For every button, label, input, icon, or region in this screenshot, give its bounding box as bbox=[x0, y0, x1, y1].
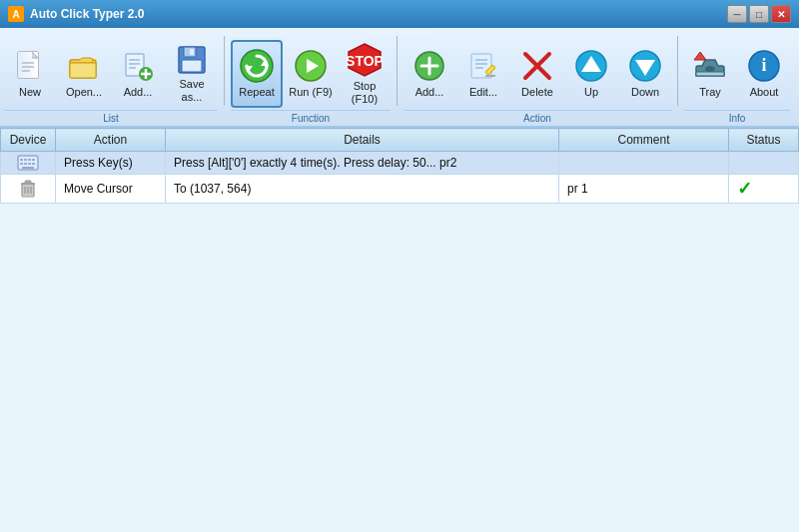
comment-cell-1 bbox=[559, 152, 729, 175]
window-controls: ─ □ ✕ bbox=[727, 5, 791, 23]
run-icon bbox=[293, 48, 329, 84]
edit-label: Edit... bbox=[469, 86, 497, 99]
stop-button[interactable]: STOP Stop (F10) bbox=[339, 40, 391, 108]
add-action-label: Add... bbox=[415, 86, 444, 99]
repeat-label: Repeat bbox=[239, 86, 274, 99]
function-group-items: Repeat Run (F9) STOP bbox=[231, 40, 391, 108]
new-icon bbox=[12, 48, 48, 84]
status-cell-1 bbox=[729, 152, 799, 175]
save-icon bbox=[174, 44, 210, 76]
keyboard-icon bbox=[9, 155, 47, 171]
svg-rect-54 bbox=[22, 167, 34, 169]
tray-button[interactable]: Tray bbox=[684, 40, 736, 108]
main-content: Device Action Details Comment Status bbox=[0, 128, 799, 532]
new-label: New bbox=[19, 86, 41, 99]
toolbar-group-info: Tray i About Info bbox=[684, 40, 790, 126]
svg-text:i: i bbox=[761, 55, 766, 75]
details-cell-2: To (1037, 564) bbox=[166, 175, 559, 204]
comment-cell-2: pr 1 bbox=[559, 175, 729, 204]
title-bar: A Auto Click Typer 2.0 ─ □ ✕ bbox=[0, 0, 799, 28]
open-button[interactable]: Open... bbox=[58, 40, 110, 108]
header-action: Action bbox=[56, 129, 166, 152]
run-label: Run (F9) bbox=[289, 86, 332, 99]
down-icon bbox=[627, 48, 663, 84]
list-group-items: New Open... bbox=[4, 40, 218, 108]
table-row[interactable]: Press Key(s) Press [Alt]['0'] exactly 4 … bbox=[1, 152, 799, 175]
svg-text:STOP: STOP bbox=[347, 53, 383, 69]
edit-icon bbox=[465, 48, 501, 84]
table-row[interactable]: Move Cursor To (1037, 564) pr 1 ✓ bbox=[1, 175, 799, 204]
down-button[interactable]: Down bbox=[619, 40, 671, 108]
svg-point-41 bbox=[705, 66, 715, 72]
action-group-label: Action bbox=[403, 110, 671, 126]
open-icon bbox=[66, 48, 102, 84]
action-cell-1: Press Key(s) bbox=[56, 152, 166, 175]
device-cell-2 bbox=[1, 175, 56, 204]
toolbar-group-action: Add... Edit... bbox=[403, 40, 671, 126]
trash-icon bbox=[9, 179, 47, 199]
app-icon: A bbox=[8, 6, 24, 22]
about-button[interactable]: i About bbox=[738, 40, 790, 108]
up-button[interactable]: Up bbox=[565, 40, 617, 108]
function-group-label: Function bbox=[231, 110, 391, 126]
save-label: Save as... bbox=[169, 78, 215, 104]
checkmark-icon: ✓ bbox=[737, 179, 752, 199]
repeat-icon bbox=[239, 48, 275, 84]
maximize-button[interactable]: □ bbox=[749, 5, 769, 23]
svg-rect-46 bbox=[20, 159, 23, 161]
down-label: Down bbox=[631, 86, 659, 99]
separator-3 bbox=[677, 36, 678, 106]
action-group-items: Add... Edit... bbox=[403, 40, 671, 108]
info-group-items: Tray i About bbox=[684, 40, 790, 108]
add-action-button[interactable]: Add... bbox=[403, 40, 455, 108]
tray-icon bbox=[692, 48, 728, 84]
svg-rect-57 bbox=[25, 181, 31, 184]
add-action-icon bbox=[411, 48, 447, 84]
window-title: Auto Click Typer 2.0 bbox=[30, 7, 144, 21]
minimize-button[interactable]: ─ bbox=[727, 5, 747, 23]
header-details: Details bbox=[166, 129, 559, 152]
stop-label: Stop (F10) bbox=[342, 80, 388, 106]
svg-rect-51 bbox=[24, 163, 27, 165]
svg-rect-53 bbox=[32, 163, 35, 165]
toolbar: New Open... bbox=[0, 28, 799, 128]
action-cell-2: Move Cursor bbox=[56, 175, 166, 204]
table-header-row: Device Action Details Comment Status bbox=[1, 129, 799, 152]
svg-rect-50 bbox=[20, 163, 23, 165]
add-list-label: Add... bbox=[124, 86, 153, 99]
data-table: Device Action Details Comment Status bbox=[0, 128, 799, 204]
svg-rect-49 bbox=[32, 159, 35, 161]
delete-button[interactable]: Delete bbox=[511, 40, 563, 108]
close-button[interactable]: ✕ bbox=[771, 5, 791, 23]
edit-button[interactable]: Edit... bbox=[457, 40, 509, 108]
title-bar-left: A Auto Click Typer 2.0 bbox=[8, 6, 144, 22]
new-button[interactable]: New bbox=[4, 40, 56, 108]
up-label: Up bbox=[584, 86, 598, 99]
svg-rect-40 bbox=[696, 72, 724, 76]
open-label: Open... bbox=[66, 86, 102, 99]
separator-1 bbox=[224, 36, 225, 106]
svg-marker-42 bbox=[694, 52, 706, 60]
add-list-icon bbox=[120, 48, 156, 84]
toolbar-group-function: Repeat Run (F9) STOP bbox=[231, 40, 391, 126]
stop-icon: STOP bbox=[347, 42, 383, 78]
tray-label: Tray bbox=[699, 86, 721, 99]
info-group-label: Info bbox=[684, 110, 790, 126]
save-button[interactable]: Save as... bbox=[166, 40, 218, 108]
svg-rect-47 bbox=[24, 159, 27, 161]
svg-rect-48 bbox=[28, 159, 31, 161]
device-cell-1 bbox=[1, 152, 56, 175]
header-device: Device bbox=[1, 129, 56, 152]
header-status: Status bbox=[729, 129, 799, 152]
status-cell-2: ✓ bbox=[729, 175, 799, 204]
svg-rect-17 bbox=[190, 49, 194, 55]
list-group-label: List bbox=[4, 110, 218, 126]
delete-label: Delete bbox=[521, 86, 553, 99]
about-icon: i bbox=[746, 48, 782, 84]
details-cell-1: Press [Alt]['0'] exactly 4 time(s). Pres… bbox=[166, 152, 559, 175]
run-button[interactable]: Run (F9) bbox=[285, 40, 337, 108]
repeat-button[interactable]: Repeat bbox=[231, 40, 283, 108]
svg-rect-6 bbox=[70, 63, 96, 78]
add-list-button[interactable]: Add... bbox=[112, 40, 164, 108]
delete-icon bbox=[519, 48, 555, 84]
